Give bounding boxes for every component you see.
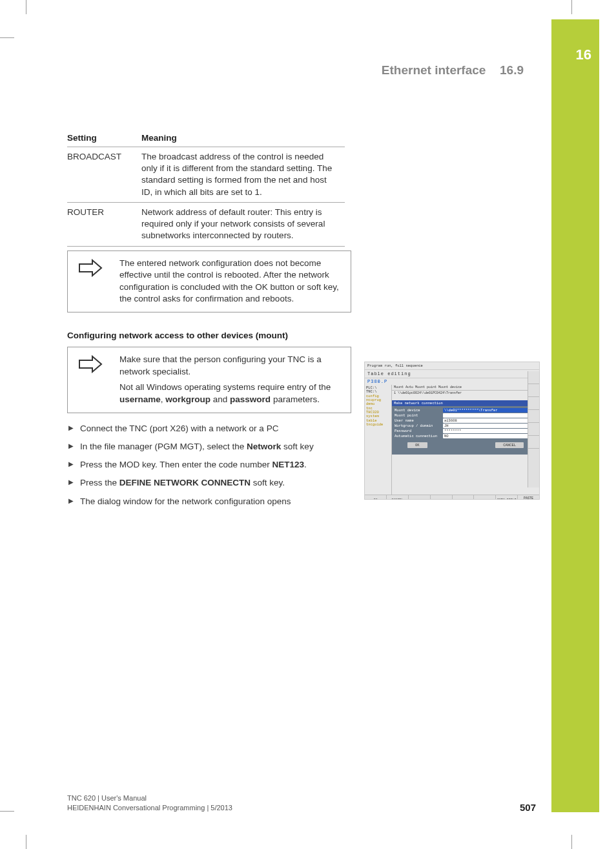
col-meaning: Meaning [141, 129, 345, 147]
subheading: Configuring network access to other devi… [67, 331, 351, 340]
arrow-right-icon [78, 355, 103, 373]
scr-file: P380.P [365, 378, 539, 385]
cell-setting: ROUTER [67, 202, 141, 246]
dlg-cancel: CANCEL [495, 442, 524, 448]
table-row: BROADCAST The broadcast address of the c… [67, 147, 345, 203]
note-p1: Make sure that the person configuring yo… [119, 354, 343, 378]
list-item: In the file manager (PGM MGT), select th… [67, 440, 351, 453]
list-item: Press the MOD key. Then enter the code n… [67, 458, 351, 471]
cell-meaning: The broadcast address of the control is … [141, 147, 345, 203]
settings-table: Setting Meaning BROADCAST The broadcast … [67, 129, 345, 247]
arrow-right-icon [78, 259, 103, 277]
crop-mark [0, 37, 14, 38]
screenshot-figure: Program run, full sequence Table editing… [364, 362, 540, 500]
crop-mark [26, 0, 26, 14]
scr-softkeys: OK CANCEL COPY FIELD PASTE FIELD [365, 495, 539, 500]
scr-dialog: Make network connection Mount device\\de… [392, 400, 539, 455]
note-box: The entered network configuration does n… [67, 251, 351, 313]
page-header: Ethernet interface 16.9 [62, 63, 537, 77]
scr-row: 1 \\de01pc0024\\de01PC0424\Transfer [392, 391, 539, 396]
step-list: Connect the TNC (port X26) with a networ… [67, 422, 351, 508]
table-row: ROUTER Network address of default router… [67, 202, 345, 246]
col-setting: Setting [67, 129, 141, 147]
page-number: 507 [520, 802, 536, 813]
list-item: Connect the TNC (port X26) with a networ… [67, 422, 351, 435]
page-footer: TNC 620 | User's Manual HEIDENHAIN Conve… [67, 793, 536, 813]
list-item: The dialog window for the network config… [67, 495, 351, 508]
crop-mark [571, 835, 572, 849]
header-title: Ethernet interface [382, 63, 486, 77]
crop-mark [0, 811, 14, 812]
scr-title: Table editing [365, 370, 539, 378]
note-box: Make sure that the person configuring yo… [67, 347, 351, 413]
footer-line1: TNC 620 | User's Manual [67, 793, 232, 803]
dlg-ok: OK [407, 442, 427, 448]
chapter-tab: 16 [551, 19, 599, 812]
scr-tree: PLC:\ TNC:\ config ncuprog demo tnc THC3… [365, 385, 392, 495]
header-section: 16.9 [500, 63, 524, 77]
footer-line2: HEIDENHAIN Conversational Programming | … [67, 803, 232, 813]
scr-columns: Mount Auto Mount point Mount device [392, 385, 539, 391]
scr-mode: Program run, full sequence [365, 362, 539, 370]
chapter-number: 16 [576, 46, 591, 63]
cell-meaning: Network address of default router: This … [141, 202, 345, 246]
crop-mark [26, 835, 26, 849]
crop-mark [571, 0, 572, 14]
list-item: Press the DEFINE NETWORK CONNECTN soft k… [67, 476, 351, 489]
note-p2: Not all Windows operating systems requir… [119, 382, 343, 405]
scr-side-buttons [528, 371, 539, 487]
note-text: The entered network configuration does n… [119, 258, 343, 306]
cell-setting: BROADCAST [67, 147, 141, 203]
